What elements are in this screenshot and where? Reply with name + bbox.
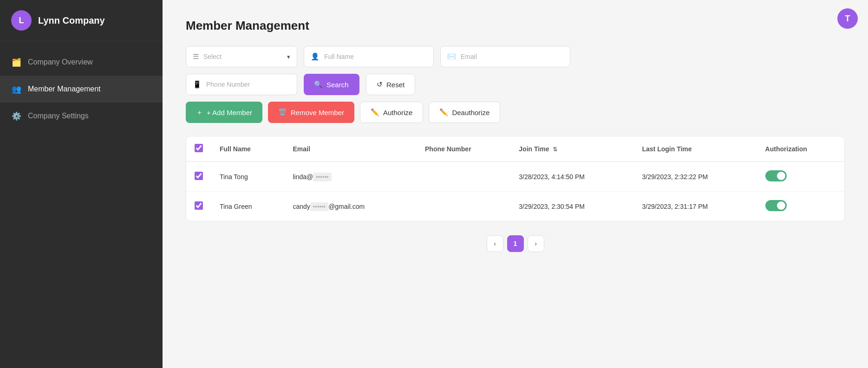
remove-member-label: Remove Member	[291, 109, 344, 116]
chevron-down-icon: ▾	[287, 53, 290, 60]
sidebar-item-company-settings[interactable]: ⚙️ Company Settings	[0, 103, 163, 129]
pagination: ‹ 1 ›	[186, 221, 845, 257]
authorize-button[interactable]: ✏️ Authorize	[360, 102, 423, 123]
row-checkbox-cell	[186, 192, 211, 221]
sidebar-item-label: Company Settings	[28, 112, 89, 120]
page-1-button[interactable]: 1	[507, 235, 524, 252]
search-button[interactable]: 🔍 Search	[304, 74, 359, 95]
sidebar-item-company-overview[interactable]: 🗂️ Company Overview	[0, 49, 163, 76]
sidebar-nav: 🗂️ Company Overview 👥 Member Management …	[0, 41, 163, 137]
row-checkbox[interactable]	[195, 201, 203, 210]
col-email: Email	[284, 136, 417, 161]
col-authorization: Authorization	[757, 136, 844, 161]
action-buttons-row: ＋ + Add Member 🗑️ Remove Member ✏️ Autho…	[186, 102, 845, 123]
cell-email: candy••••••@gmail.com	[284, 192, 417, 221]
reset-icon: ↺	[377, 80, 383, 89]
member-management-icon: 👥	[11, 84, 21, 94]
fullname-input-wrapper: 👤	[304, 46, 434, 67]
select-icon: ☰	[193, 52, 199, 61]
reset-label: Reset	[386, 81, 405, 89]
authorize-icon: ✏️	[371, 108, 379, 116]
deauthorize-button[interactable]: ✏️ Deauthorize	[429, 102, 500, 123]
cell-authorization	[757, 161, 844, 192]
sidebar-header: L Lynn Company	[0, 0, 163, 41]
select-all-checkbox[interactable]	[195, 144, 203, 152]
deauthorize-label: Deauthorize	[452, 109, 489, 116]
sort-icon: ⇅	[553, 146, 557, 153]
phone-icon: 📱	[193, 80, 202, 89]
top-avatar-initial: T	[845, 14, 850, 24]
top-right-avatar[interactable]: T	[837, 8, 858, 29]
person-icon: 👤	[311, 52, 320, 61]
prev-page-button[interactable]: ‹	[487, 235, 503, 252]
cell-fullname: Tina Green	[211, 192, 284, 221]
cell-jointime: 3/29/2023, 2:30:54 PM	[510, 192, 633, 221]
sidebar-item-label: Member Management	[28, 85, 101, 93]
sidebar-item-member-management[interactable]: 👥 Member Management	[0, 76, 163, 103]
page-title: Member Management	[186, 19, 845, 33]
cell-jointime: 3/28/2023, 4:14:50 PM	[510, 161, 633, 192]
remove-member-button[interactable]: 🗑️ Remove Member	[268, 102, 354, 123]
authorize-label: Authorize	[383, 109, 412, 116]
deauthorize-icon: ✏️	[439, 108, 448, 116]
row-checkbox[interactable]	[195, 172, 203, 180]
col-jointime[interactable]: Join Time ⇅	[510, 136, 633, 161]
fullname-input[interactable]	[324, 53, 427, 60]
members-table-container: Full Name Email Phone Number Join Time ⇅…	[186, 136, 845, 221]
search-icon: 🔍	[314, 80, 323, 89]
header-checkbox-cell	[186, 136, 211, 161]
email-input[interactable]	[461, 53, 563, 60]
role-select-wrapper[interactable]: ☰ Select ▾	[186, 46, 297, 67]
add-member-button[interactable]: ＋ + Add Member	[186, 102, 262, 123]
table-row: Tina Tong linda@•••••• 3/28/2023, 4:14:5…	[186, 161, 844, 192]
company-name: Lynn Company	[38, 15, 105, 26]
add-icon: ＋	[196, 108, 203, 117]
main-content: Member Management ☰ Select ▾ 👤 ✉️ 📱 🔍 Se…	[163, 0, 868, 368]
authorization-toggle[interactable]	[765, 200, 787, 211]
col-fullname: Full Name	[211, 136, 284, 161]
company-avatar: L	[11, 10, 32, 31]
email-icon: ✉️	[447, 52, 456, 61]
add-member-label: + Add Member	[207, 109, 252, 116]
row-checkbox-cell	[186, 161, 211, 192]
cell-lastlogin: 3/29/2023, 2:31:17 PM	[633, 192, 757, 221]
members-table: Full Name Email Phone Number Join Time ⇅…	[186, 136, 844, 221]
next-page-button[interactable]: ›	[528, 235, 544, 252]
role-select[interactable]: Select	[203, 53, 282, 60]
cell-phone	[417, 161, 510, 192]
cell-authorization	[757, 192, 844, 221]
prev-icon: ‹	[494, 240, 496, 247]
next-icon: ›	[535, 240, 537, 247]
search-label: Search	[326, 81, 349, 89]
cell-email: linda@••••••	[284, 161, 417, 192]
cell-phone	[417, 192, 510, 221]
table-header-row: Full Name Email Phone Number Join Time ⇅…	[186, 136, 844, 161]
col-lastlogin: Last Login Time	[633, 136, 757, 161]
table-row: Tina Green candy••••••@gmail.com 3/29/20…	[186, 192, 844, 221]
phone-input-wrapper: 📱	[186, 74, 297, 95]
col-phone: Phone Number	[417, 136, 510, 161]
sidebar: L Lynn Company 🗂️ Company Overview 👥 Mem…	[0, 0, 163, 368]
filter-row-2: 📱 🔍 Search ↺ Reset	[186, 74, 845, 95]
page-1-label: 1	[514, 240, 517, 247]
company-settings-icon: ⚙️	[11, 111, 21, 121]
reset-button[interactable]: ↺ Reset	[366, 74, 415, 95]
company-overview-icon: 🗂️	[11, 57, 21, 67]
cell-lastlogin: 3/29/2023, 2:32:22 PM	[633, 161, 757, 192]
filter-row-1: ☰ Select ▾ 👤 ✉️	[186, 46, 845, 67]
phone-input[interactable]	[206, 81, 290, 88]
authorization-toggle[interactable]	[765, 170, 787, 181]
sidebar-item-label: Company Overview	[28, 58, 93, 66]
email-input-wrapper: ✉️	[440, 46, 570, 67]
cell-fullname: Tina Tong	[211, 161, 284, 192]
trash-icon: 🗑️	[278, 108, 287, 116]
